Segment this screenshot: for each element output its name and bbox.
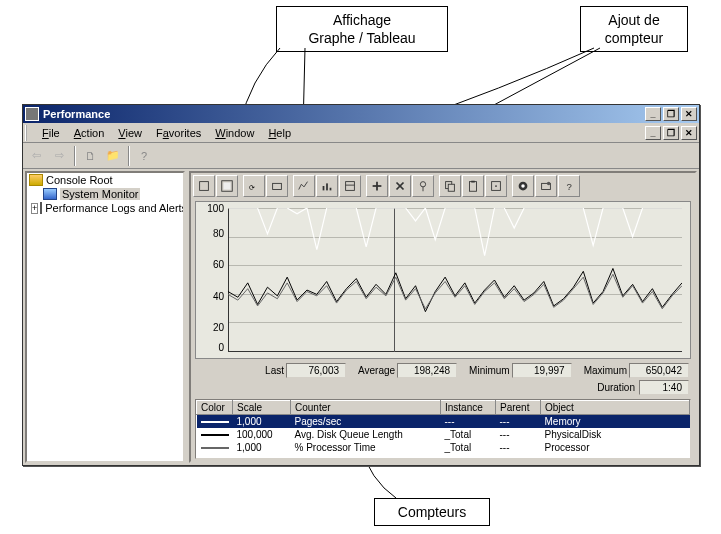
properties-button[interactable]: [485, 175, 507, 197]
cell-instance: _Total: [441, 428, 496, 441]
cell-counter: % Processor Time: [291, 441, 441, 454]
svg-rect-19: [448, 184, 454, 191]
menu-help[interactable]: Help: [261, 125, 298, 141]
logs-icon: [40, 202, 42, 214]
gripper-icon: [25, 125, 31, 141]
monitor-icon: [43, 188, 57, 200]
cell-object: Processor: [541, 441, 690, 454]
menu-action[interactable]: Action: [67, 125, 112, 141]
new-counter-set-button[interactable]: [193, 175, 215, 197]
col-counter[interactable]: Counter: [291, 401, 441, 415]
menu-file[interactable]: File: [35, 125, 67, 141]
svg-rect-8: [326, 183, 328, 190]
mdi-restore-button[interactable]: ❐: [663, 126, 679, 140]
ytick: 40: [196, 290, 224, 301]
menu-favorites[interactable]: Favorites: [149, 125, 208, 141]
back-button[interactable]: ⇦: [25, 145, 47, 167]
stat-last-label: Last: [265, 365, 284, 376]
stat-last-value: 76,003: [286, 363, 346, 378]
stat-max-label: Maximum: [584, 365, 627, 376]
titlebar[interactable]: Performance _ ❐ ✕: [23, 105, 699, 123]
clear-display-button[interactable]: [216, 175, 238, 197]
ytick: 80: [196, 228, 224, 239]
svg-text:⟳: ⟳: [249, 184, 255, 191]
col-parent[interactable]: Parent: [496, 401, 541, 415]
svg-point-25: [521, 184, 525, 188]
series-line: [228, 268, 682, 311]
svg-rect-20: [470, 182, 477, 192]
counter-header-row[interactable]: Color Scale Counter Instance Parent Obje…: [197, 401, 690, 415]
folder-icon: [29, 174, 43, 186]
cell-parent: ---: [496, 428, 541, 441]
callout-add-counter: Ajout de compteur: [580, 6, 688, 52]
col-instance[interactable]: Instance: [441, 401, 496, 415]
series-line: [228, 208, 682, 256]
mdi-close-button[interactable]: ✕: [681, 126, 697, 140]
table-row[interactable]: 1,000 % Processor Time _Total --- Proces…: [197, 441, 690, 454]
update-button[interactable]: [535, 175, 557, 197]
cell-scale: 1,000: [233, 441, 291, 454]
mdi-minimize-button[interactable]: _: [645, 126, 661, 140]
ytick: 20: [196, 321, 224, 332]
console-toolbar: ⇦ ⇨ 🗋 📁 ?: [23, 143, 699, 169]
help-button[interactable]: ?: [133, 145, 155, 167]
ytick: 60: [196, 259, 224, 270]
close-button[interactable]: ✕: [681, 107, 697, 121]
highlight-button[interactable]: [412, 175, 434, 197]
menu-window[interactable]: Window: [208, 125, 261, 141]
ytick: 0: [196, 342, 224, 353]
view-current-button[interactable]: ⟳: [243, 175, 265, 197]
window-title: Performance: [43, 108, 110, 120]
copy-button[interactable]: [439, 175, 461, 197]
svg-rect-9: [330, 188, 332, 191]
cell-object: PhysicalDisk: [541, 428, 690, 441]
stat-dur-label: Duration: [597, 382, 635, 393]
tree-root[interactable]: Console Root: [27, 173, 183, 187]
chart-area[interactable]: 100 80 60 40 20 0: [195, 201, 691, 359]
delete-counter-button[interactable]: [389, 175, 411, 197]
maximize-button[interactable]: ❐: [663, 107, 679, 121]
col-color[interactable]: Color: [197, 401, 233, 415]
chart-lines: [228, 208, 682, 352]
table-row[interactable]: 100,000 Avg. Disk Queue Length _Total --…: [197, 428, 690, 441]
add-counter-button[interactable]: [366, 175, 388, 197]
stat-avg-label: Average: [358, 365, 395, 376]
svg-rect-4: [224, 183, 231, 190]
tree-system-monitor[interactable]: System Monitor: [27, 187, 183, 201]
paste-button[interactable]: [462, 175, 484, 197]
svg-rect-7: [323, 186, 325, 190]
svg-rect-10: [346, 182, 355, 191]
view-log-button[interactable]: [266, 175, 288, 197]
menu-view[interactable]: View: [111, 125, 149, 141]
view-report-button[interactable]: [339, 175, 361, 197]
color-swatch: [201, 421, 229, 423]
minimize-button[interactable]: _: [645, 107, 661, 121]
folder-button[interactable]: 📁: [102, 145, 124, 167]
tree-pane[interactable]: Console Root System Monitor + Performanc…: [25, 171, 185, 463]
cell-parent: ---: [496, 441, 541, 454]
stat-min-value: 19,997: [512, 363, 572, 378]
freeze-button[interactable]: [512, 175, 534, 197]
forward-button[interactable]: ⇨: [48, 145, 70, 167]
svg-rect-21: [471, 181, 475, 183]
svg-rect-2: [200, 182, 209, 191]
export-button[interactable]: 🗋: [79, 145, 101, 167]
tree-perf-logs[interactable]: + Performance Logs and Alerts: [27, 201, 183, 215]
cell-counter: Pages/sec: [291, 415, 441, 429]
duration-row: Duration 1:40: [191, 380, 695, 397]
stat-max-value: 650,042: [629, 363, 689, 378]
cell-counter: Avg. Disk Queue Length: [291, 428, 441, 441]
app-icon: [25, 107, 39, 121]
cell-parent: ---: [496, 415, 541, 429]
cell-scale: 100,000: [233, 428, 291, 441]
help-button-2[interactable]: ?: [558, 175, 580, 197]
sysmon-toolbar: ⟳ ?: [191, 173, 695, 199]
col-object[interactable]: Object: [541, 401, 690, 415]
view-histogram-button[interactable]: [316, 175, 338, 197]
col-scale[interactable]: Scale: [233, 401, 291, 415]
view-graph-button[interactable]: [293, 175, 315, 197]
callout-counters: Compteurs: [374, 498, 490, 526]
expand-icon[interactable]: +: [31, 203, 38, 214]
table-row[interactable]: 1,000 Pages/sec --- --- Memory: [197, 415, 690, 429]
counter-list[interactable]: Color Scale Counter Instance Parent Obje…: [195, 399, 691, 459]
